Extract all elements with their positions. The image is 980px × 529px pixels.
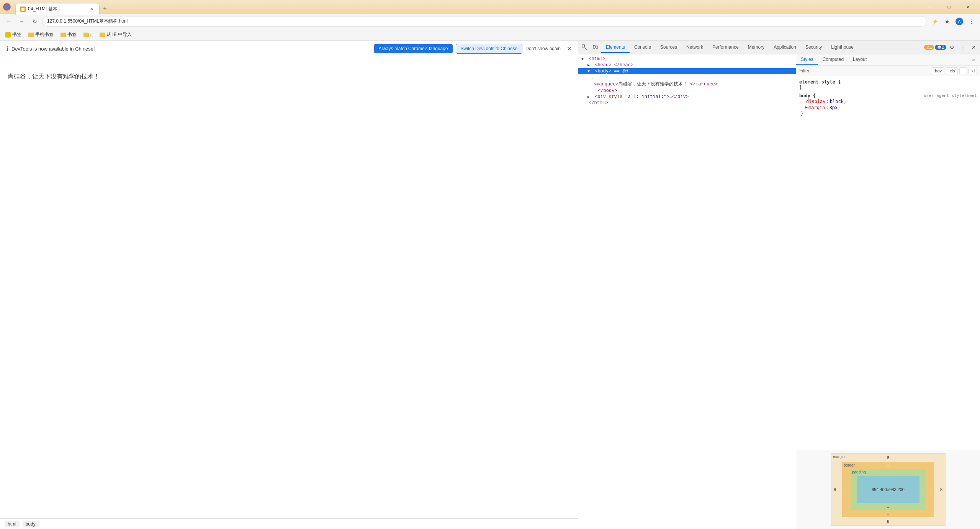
margin-left-value: 8 (834, 487, 836, 492)
body-triangle[interactable]: ▼ (587, 69, 592, 74)
extensions-icon[interactable]: ⚡ (929, 16, 940, 27)
address-bar[interactable]: 127.0.0.1:5500/04_HTML基本结构.html (42, 16, 926, 27)
css-prop-margin: ▶ margin : 8px ; (799, 105, 977, 111)
bookmark-label-5: 从 IE 中导入 (106, 31, 132, 38)
always-match-button[interactable]: Always match Chrome's language (374, 44, 453, 53)
banner-info-text: DevTools is now available in Chinese! (11, 46, 371, 52)
new-tab-button[interactable]: + (100, 3, 110, 14)
bookmark-item-1[interactable]: 书签 (3, 31, 24, 39)
css-source-label: user agent stylesheet (924, 93, 977, 98)
filter-input[interactable] (799, 68, 929, 74)
margin-bottom-value: 8 (887, 519, 889, 524)
padding-top-value: – (887, 470, 889, 475)
tab-memory[interactable]: Memory (743, 42, 769, 53)
border-left-value: – (844, 487, 846, 492)
margin-label: margin (833, 455, 845, 459)
box-model-section: margin 8 8 8 8 border (796, 450, 980, 529)
more-options-button[interactable]: ⋮ (958, 43, 968, 52)
page-marquee-text: 尚硅谷，让天下没有难学的技术！ (8, 73, 570, 81)
nav-icons: ⚡ ★ A ⋮ (929, 16, 977, 27)
border-top-value: – (887, 463, 889, 468)
tab-network[interactable]: Network (682, 42, 708, 53)
div-triangle[interactable]: ▶ (587, 95, 592, 99)
head-node[interactable]: ▶ <head>…</head> (578, 62, 796, 68)
inspect-element-button[interactable] (580, 43, 590, 52)
main-area: ℹ DevTools is now available in Chinese! … (0, 41, 980, 529)
body-css-rule: body { user agent stylesheet display : b… (799, 93, 977, 116)
tab-security[interactable]: Security (801, 42, 826, 53)
border-bottom-value: – (887, 511, 889, 516)
close-devtools-button[interactable]: ✕ (969, 43, 978, 52)
tab-computed[interactable]: Computed (818, 54, 848, 65)
page-content: ℹ DevTools is now available in Chinese! … (0, 41, 578, 529)
marquee-node[interactable]: <marquee>尚硅谷，让天下没有难学的技术！ </marquee> (578, 80, 796, 88)
devtools-toolbar-right: ⚠ 1 💬 2 ⚙ ⋮ ✕ (924, 43, 978, 52)
tab-layout[interactable]: Layout (848, 54, 871, 65)
bookmark-item-4[interactable]: it (81, 31, 95, 38)
body-node[interactable]: ▼ <body> == $0 (578, 68, 796, 74)
bookmark-label-2: 手机书签 (35, 31, 54, 38)
bookmark-item-2[interactable]: 手机书签 (26, 31, 56, 39)
reload-button[interactable]: ↻ (29, 16, 41, 27)
bookmark-label-4: it (90, 32, 93, 38)
minimize-button[interactable]: — (921, 1, 939, 13)
more-styles-button[interactable]: » (969, 54, 978, 64)
tab-performance[interactable]: Performance (708, 42, 743, 53)
body-selector: body { (799, 93, 816, 98)
status-bar: html body (0, 518, 578, 529)
margin-right-value: 8 (940, 487, 942, 492)
tab-title: 04_HTML基本... (28, 6, 86, 12)
settings-button[interactable]: ⚙ (947, 43, 957, 52)
bookmarks-bar: 书签 手机书签 书签 it 从 IE 中导入 (0, 29, 980, 41)
div-node[interactable]: ▶ <div style="all: initial;">…</div> (578, 94, 796, 100)
devtools-panel: Elements Console Sources Network Perform… (578, 41, 980, 529)
html-close-node[interactable]: ▶ </html> (578, 100, 796, 106)
banner-close-button[interactable]: ✕ (567, 45, 572, 52)
body-rule-close: } (799, 111, 977, 116)
menu-button[interactable]: ⋮ (966, 16, 977, 27)
element-style-close: } (799, 85, 977, 90)
status-html-tag[interactable]: html (5, 521, 20, 527)
content-size-label: 654.400×983.200 (872, 487, 905, 492)
dont-show-again-button[interactable]: Don't show again (525, 46, 561, 51)
html-node[interactable]: ▼ <html> (578, 56, 796, 62)
html-tree: ▼ <html> ▶ <head>…</head> ▼ <body> == $0 (578, 54, 796, 529)
filter-hov-button[interactable]: :hov (931, 67, 944, 74)
filter-collapse-button[interactable]: ◁ (969, 67, 977, 74)
tab-application[interactable]: Application (769, 42, 801, 53)
status-body-tag[interactable]: body (23, 521, 39, 527)
forward-button[interactable]: → (16, 16, 28, 27)
active-tab[interactable]: 04_HTML基本... ✕ (15, 3, 100, 15)
back-button[interactable]: ← (3, 16, 15, 27)
tab-styles[interactable]: Styles (796, 54, 818, 65)
device-toolbar-button[interactable] (591, 43, 600, 52)
body-close-node[interactable]: ▶ </body> (578, 88, 796, 94)
devtools-tabs: Elements Console Sources Network Perform… (601, 42, 923, 53)
styles-content: element.style { } body { user agent styl… (796, 76, 980, 450)
html-triangle[interactable]: ▼ (581, 57, 586, 61)
padding-label: padding (852, 470, 866, 474)
bookmark-folder-icon-5 (100, 33, 105, 37)
tab-console[interactable]: Console (630, 42, 656, 53)
margin-top-value: 8 (887, 455, 889, 460)
tab-close-button[interactable]: ✕ (88, 6, 95, 12)
url-text: 127.0.0.1:5500/04_HTML基本结构.html (47, 18, 921, 25)
filter-add-button[interactable]: + (959, 67, 967, 74)
border-right-value: – (930, 487, 933, 492)
bookmark-item-3[interactable]: 书签 (58, 31, 79, 39)
close-button[interactable]: ✕ (959, 1, 977, 13)
styles-panel: Styles Computed Layout » :hov .cls + ◁ (796, 54, 980, 529)
maximize-button[interactable]: □ (940, 1, 958, 13)
tab-sources[interactable]: Sources (656, 42, 682, 53)
profile-icon[interactable]: A (954, 16, 965, 27)
css-prop-display: display : block ; (799, 98, 977, 105)
bookmark-item-5[interactable]: 从 IE 中导入 (97, 31, 134, 39)
head-triangle[interactable]: ▶ (587, 63, 592, 67)
message-badge: 💬 2 (935, 45, 946, 50)
switch-devtools-button[interactable]: Switch DevTools to Chinese (456, 44, 523, 54)
tab-lighthouse[interactable]: Lighthouse (826, 42, 858, 53)
filter-cls-button[interactable]: .cls (946, 67, 958, 74)
bookmark-icon[interactable]: ★ (942, 16, 952, 27)
banner-info-icon: ℹ (6, 45, 8, 52)
tab-elements[interactable]: Elements (601, 42, 630, 53)
